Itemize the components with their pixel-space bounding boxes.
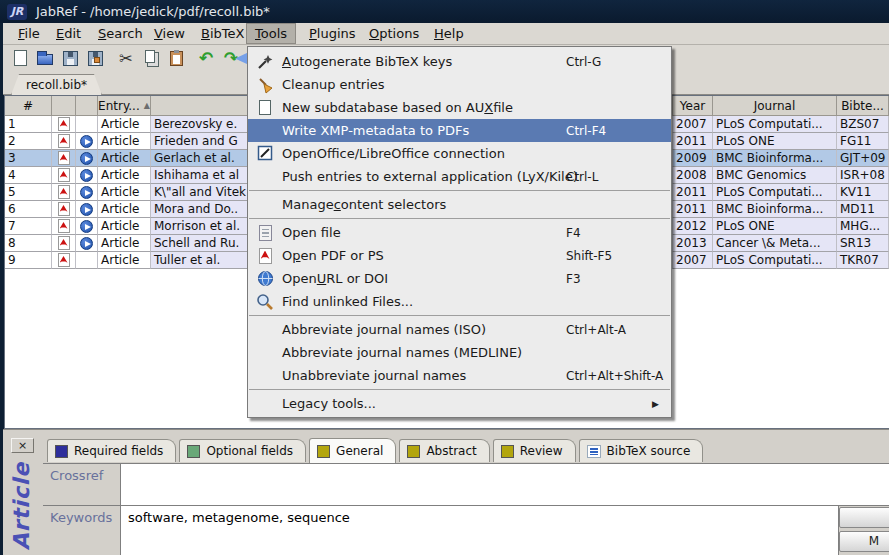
header-entrytype[interactable]: Entry...▲ <box>98 96 151 116</box>
cell-journal[interactable]: BMC Bioinforma... <box>713 150 837 167</box>
menu-item-legacy-tools[interactable]: Legacy tools... ▶ <box>248 392 671 415</box>
cell-year[interactable]: 2013 <box>673 235 713 252</box>
cell-num[interactable]: 9 <box>5 252 52 269</box>
cell-entrytype[interactable]: Article <box>98 133 151 150</box>
cell-url[interactable] <box>76 150 98 167</box>
url-icon[interactable] <box>80 152 93 165</box>
cell-url[interactable] <box>76 235 98 252</box>
cell-bibtexkey[interactable]: SR13 <box>837 235 889 252</box>
open-database-button[interactable] <box>33 47 57 69</box>
cell-num[interactable]: 7 <box>5 218 52 235</box>
copy-button[interactable] <box>139 47 163 69</box>
cell-entrytype[interactable]: Article <box>98 167 151 184</box>
header-url[interactable] <box>76 96 98 116</box>
url-icon[interactable] <box>80 169 93 182</box>
cell-num[interactable]: 4 <box>5 167 52 184</box>
menu-item-abbreviate-iso[interactable]: Abbreviate journal names (ISO) Ctrl+Alt-… <box>248 318 671 341</box>
cell-num[interactable]: 3 <box>5 150 52 167</box>
cell-url[interactable] <box>76 167 98 184</box>
save-button[interactable] <box>58 47 82 69</box>
cell-pdf[interactable] <box>52 201 76 218</box>
cell-year[interactable]: 2011 <box>673 201 713 218</box>
menu-item-find-unlinked-files[interactable]: Find unlinked Files... <box>248 290 671 313</box>
tab-required-fields[interactable]: Required fields <box>47 439 176 462</box>
cell-entrytype[interactable]: Article <box>98 116 151 133</box>
cell-url[interactable] <box>76 218 98 235</box>
menu-item-open-url-doi[interactable]: Open URL or DOI F3 <box>248 267 671 290</box>
url-icon[interactable] <box>80 237 93 250</box>
cell-bibtexkey[interactable]: KV11 <box>837 184 889 201</box>
side-button-1[interactable] <box>839 507 889 528</box>
crossref-field[interactable] <box>121 464 889 505</box>
menu-help[interactable]: Help <box>426 23 472 44</box>
cell-url[interactable] <box>76 252 98 269</box>
cell-year[interactable]: 2009 <box>673 150 713 167</box>
menu-plugins[interactable]: Plugins <box>301 23 364 44</box>
cell-journal[interactable]: PLoS ONE <box>713 133 837 150</box>
url-icon[interactable] <box>80 203 93 216</box>
menu-item-autogenerate-keys[interactable]: Autogenerate BibTeX keys Ctrl-G <box>248 50 671 73</box>
pdf-icon[interactable] <box>58 168 70 182</box>
menu-view[interactable]: View <box>146 23 193 44</box>
cell-bibtexkey[interactable]: MHG... <box>837 218 889 235</box>
cell-pdf[interactable] <box>52 133 76 150</box>
pdf-icon[interactable] <box>58 219 70 233</box>
menu-item-new-subdatabase[interactable]: New subdatabase based on AUX file <box>248 96 671 119</box>
menu-item-openoffice-connection[interactable]: OpenOffice/LibreOffice connection <box>248 142 671 165</box>
cell-entrytype[interactable]: Article <box>98 184 151 201</box>
pdf-icon[interactable] <box>58 151 70 165</box>
cell-bibtexkey[interactable]: BZS07 <box>837 116 889 133</box>
cell-entrytype[interactable]: Article <box>98 201 151 218</box>
save-as-button[interactable] <box>83 47 107 69</box>
paste-button[interactable] <box>164 47 188 69</box>
cell-url[interactable] <box>76 133 98 150</box>
cell-bibtexkey[interactable]: MD11 <box>837 201 889 218</box>
pdf-icon[interactable] <box>58 185 70 199</box>
cell-pdf[interactable] <box>52 218 76 235</box>
cell-year[interactable]: 2008 <box>673 167 713 184</box>
url-icon[interactable] <box>80 220 93 233</box>
cell-entrytype[interactable]: Article <box>98 252 151 269</box>
tab-abstract[interactable]: Abstract <box>399 439 489 462</box>
cell-bibtexkey[interactable]: ISR+08 <box>837 167 889 184</box>
tab-bibtex-source[interactable]: BibTeX source <box>579 439 704 462</box>
cell-pdf[interactable] <box>52 150 76 167</box>
url-icon[interactable] <box>80 186 93 199</box>
menu-bibtex[interactable]: BibTeX <box>193 23 252 44</box>
menu-search[interactable]: Search <box>90 23 151 44</box>
cell-pdf[interactable] <box>52 252 76 269</box>
cell-num[interactable]: 1 <box>5 116 52 133</box>
tab-review[interactable]: Review <box>493 439 576 462</box>
cell-pdf[interactable] <box>52 167 76 184</box>
cell-year[interactable]: 2011 <box>673 133 713 150</box>
cell-num[interactable]: 6 <box>5 201 52 218</box>
cell-bibtexkey[interactable]: GJT+09 <box>837 150 889 167</box>
cell-journal[interactable]: BMC Genomics <box>713 167 837 184</box>
menu-file[interactable]: File <box>10 23 48 44</box>
menu-item-unabbreviate[interactable]: Unabbreviate journal names Ctrl+Alt+Shif… <box>248 364 671 387</box>
cell-journal[interactable]: PLoS Computati... <box>713 252 837 269</box>
pdf-icon[interactable] <box>58 117 70 131</box>
new-file-button[interactable] <box>8 47 32 69</box>
cell-bibtexkey[interactable]: TKR07 <box>837 252 889 269</box>
menu-tools[interactable]: Tools <box>246 23 296 44</box>
pdf-icon[interactable] <box>58 253 70 267</box>
menu-item-abbreviate-medline[interactable]: Abbreviate journal names (MEDLINE) <box>248 341 671 364</box>
cell-bibtexkey[interactable]: FG11 <box>837 133 889 150</box>
undo-button[interactable]: ↶ <box>194 47 218 69</box>
menu-item-manage-content-selectors[interactable]: Manage content selectors <box>248 193 671 216</box>
menu-item-cleanup-entries[interactable]: Cleanup entries <box>248 73 671 96</box>
pdf-icon[interactable] <box>58 134 70 148</box>
menu-options[interactable]: Options <box>361 23 427 44</box>
menu-edit[interactable]: Edit <box>48 23 89 44</box>
cell-entrytype[interactable]: Article <box>98 218 151 235</box>
cell-year[interactable]: 2007 <box>673 252 713 269</box>
header-num[interactable]: # <box>5 96 52 116</box>
header-bibtexkey[interactable]: Bibte... <box>837 96 889 116</box>
menu-item-open-pdf-ps[interactable]: Open PDF or PS Shift-F5 <box>248 244 671 267</box>
cell-num[interactable]: 8 <box>5 235 52 252</box>
pdf-icon[interactable] <box>58 236 70 250</box>
pdf-icon[interactable] <box>58 202 70 216</box>
tab-general[interactable]: General <box>309 438 396 463</box>
cell-pdf[interactable] <box>52 184 76 201</box>
